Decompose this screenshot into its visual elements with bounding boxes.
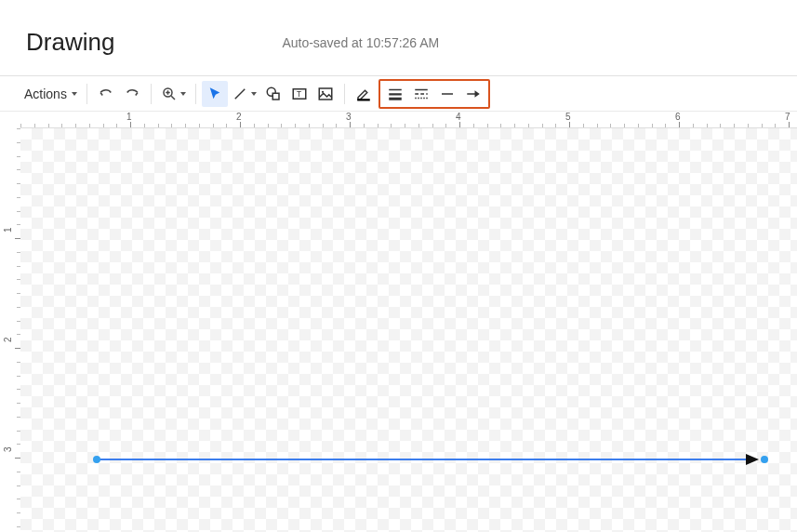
ruler-horizontal: 1234567 (20, 112, 797, 128)
svg-line-1 (171, 96, 175, 100)
zoom-button[interactable] (157, 81, 190, 107)
zoom-icon (161, 86, 178, 102)
ruler-vertical: 123 (0, 128, 20, 532)
chevron-down-icon (72, 92, 77, 96)
separator (344, 84, 345, 104)
svg-point-10 (322, 90, 324, 92)
cursor-icon (206, 86, 223, 102)
svg-rect-13 (389, 93, 402, 95)
line-style-group-highlight (379, 79, 490, 109)
line-weight-button[interactable] (382, 81, 408, 107)
shape-tool[interactable] (260, 81, 286, 107)
line-dash-icon (413, 86, 430, 102)
shape-icon (265, 86, 282, 102)
undo-button[interactable] (93, 81, 119, 107)
chevron-down-icon (251, 92, 257, 96)
redo-button[interactable] (119, 81, 145, 107)
select-tool[interactable] (202, 81, 228, 107)
svg-rect-11 (357, 99, 370, 100)
chevron-down-icon (180, 92, 186, 96)
svg-rect-6 (272, 93, 279, 100)
svg-rect-9 (319, 88, 332, 100)
line-color-button[interactable] (351, 81, 377, 107)
line-weight-icon (387, 86, 404, 102)
line-end-button[interactable] (460, 81, 486, 107)
actions-menu[interactable]: Actions (20, 81, 81, 107)
line-start-icon (439, 86, 456, 102)
toolbar: Actions T (0, 76, 797, 112)
image-tool[interactable] (312, 81, 339, 107)
workspace: 123 (0, 128, 797, 532)
svg-rect-14 (389, 97, 402, 100)
line-icon (232, 86, 248, 102)
textbox-tool[interactable]: T (286, 81, 312, 107)
svg-line-4 (235, 88, 246, 99)
pencil-icon (355, 86, 372, 102)
redo-icon (124, 86, 140, 102)
line-start-button[interactable] (434, 81, 460, 107)
actions-label: Actions (24, 86, 69, 101)
line-dash-button[interactable] (408, 81, 434, 107)
svg-rect-12 (389, 88, 402, 90)
line-end-icon (465, 86, 482, 102)
image-icon (317, 86, 334, 102)
separator (151, 84, 152, 104)
separator (195, 84, 196, 104)
separator (86, 84, 87, 104)
header: Drawing Auto-saved at 10:57:26 AM (0, 0, 797, 76)
drawn-arrow[interactable] (20, 128, 797, 532)
svg-text:T: T (297, 90, 301, 99)
canvas[interactable] (20, 128, 797, 532)
page-title: Drawing (26, 28, 114, 57)
undo-icon (98, 86, 114, 102)
line-tool[interactable] (228, 81, 260, 107)
textbox-icon: T (291, 86, 308, 102)
line-end-handle[interactable] (761, 456, 768, 463)
autosave-status: Auto-saved at 10:57:26 AM (282, 35, 439, 50)
line-start-handle[interactable] (93, 456, 100, 463)
